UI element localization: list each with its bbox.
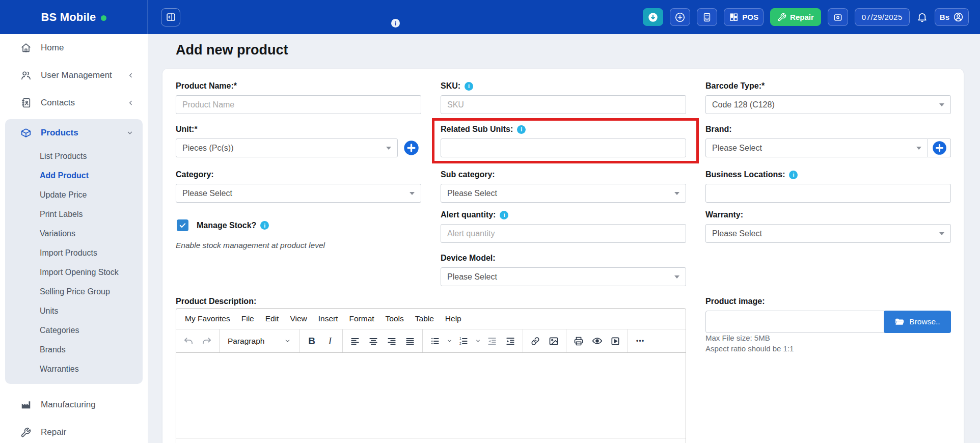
paragraph-format-value: Paragraph <box>228 337 264 346</box>
sidebar-item-products[interactable]: Products <box>5 119 143 147</box>
warranty-select[interactable]: Please Select <box>705 224 951 243</box>
unit-label: Unit:* <box>176 125 421 134</box>
sku-input[interactable] <box>441 95 686 114</box>
product-name-input[interactable] <box>176 95 421 114</box>
menu-edit[interactable]: Edit <box>260 311 285 326</box>
sidebar-item-repair[interactable]: Repair <box>0 419 148 443</box>
sub-category-select[interactable]: Please Select <box>441 184 686 203</box>
info-icon[interactable]: i <box>260 221 269 230</box>
notifications-bell-icon[interactable] <box>916 11 928 23</box>
align-center-button[interactable] <box>365 333 382 350</box>
menu-view[interactable]: View <box>284 311 312 326</box>
menu-table[interactable]: Table <box>410 311 440 326</box>
insert-media-button[interactable] <box>607 333 624 350</box>
align-justify-button[interactable] <box>401 333 419 350</box>
pos-button[interactable]: POS <box>724 8 764 26</box>
outdent-button[interactable] <box>483 333 501 350</box>
sidebar-item-warranties[interactable]: Warranties <box>5 359 143 379</box>
sidebar-item-contacts[interactable]: Contacts <box>0 89 148 117</box>
device-model-select[interactable]: Please Select <box>441 267 686 286</box>
sidebar-item-print-labels[interactable]: Print Labels <box>5 205 143 224</box>
grid-icon <box>729 12 739 22</box>
chevron-left-icon <box>127 72 134 79</box>
numbered-list-button[interactable]: 12 <box>455 333 472 350</box>
sidebar-item-categories[interactable]: Categories <box>5 321 143 340</box>
svg-text:1: 1 <box>459 337 461 340</box>
add-unit-button[interactable] <box>403 140 419 156</box>
business-locations-field: Business Locations:i <box>705 170 951 203</box>
preview-button[interactable] <box>588 333 606 350</box>
menu-my-favorites[interactable]: My Favorites <box>179 311 236 326</box>
sidebar-item-add-product[interactable]: Add Product <box>5 166 143 185</box>
bullet-list-menu-chevron[interactable] <box>445 333 454 350</box>
print-icon <box>574 336 584 346</box>
info-icon[interactable]: i <box>391 19 400 27</box>
menu-help[interactable]: Help <box>440 311 467 326</box>
sidebar-collapse-button[interactable] <box>161 8 180 26</box>
barcode-type-select[interactable]: Code 128 (C128) <box>705 95 951 114</box>
info-icon[interactable]: i <box>500 211 508 219</box>
sidebar-item-import-products[interactable]: Import Products <box>5 243 143 263</box>
alert-quantity-label: Alert quantity:i <box>441 210 686 219</box>
sku-field: SKU:i <box>441 81 686 114</box>
align-left-button[interactable] <box>346 333 364 350</box>
chevron-down-icon <box>126 129 133 136</box>
register-button[interactable] <box>828 8 848 26</box>
numbered-list-menu-chevron[interactable] <box>473 333 482 350</box>
undo-button[interactable] <box>180 333 197 350</box>
category-value: Please Select <box>182 189 232 198</box>
product-image-label: Product image: <box>705 297 951 306</box>
sidebar-item-update-price[interactable]: Update Price <box>5 185 143 205</box>
browse-button[interactable]: Browse.. <box>884 311 951 333</box>
editor-status-bar: p 0 WORDS POWERED BY TINY <box>176 438 686 443</box>
info-icon[interactable]: i <box>517 125 526 134</box>
related-sub-units-input[interactable] <box>441 139 686 157</box>
calculator-button[interactable] <box>697 8 717 26</box>
sidebar-item-list-products[interactable]: List Products <box>5 147 143 166</box>
sidebar-item-manufacturing[interactable]: Manufacturing <box>0 391 148 419</box>
sidebar-item-user-management[interactable]: User Management <box>0 62 148 89</box>
user-menu-button[interactable]: Bs <box>935 8 969 26</box>
menu-insert[interactable]: Insert <box>313 311 344 326</box>
download-button[interactable] <box>643 8 663 26</box>
sidebar-item-brands[interactable]: Brands <box>5 340 143 359</box>
more-tools-button[interactable]: ••• <box>632 333 649 350</box>
editor-content-area[interactable] <box>176 353 686 438</box>
unit-select[interactable]: Pieces (Pc(s)) <box>176 139 398 157</box>
bullet-list-button[interactable] <box>426 333 444 350</box>
status-dot-icon <box>101 15 106 21</box>
indent-button[interactable] <box>502 333 519 350</box>
bold-button[interactable]: B <box>303 333 320 350</box>
sidebar-item-import-opening-stock[interactable]: Import Opening Stock <box>5 263 143 282</box>
alert-quantity-input[interactable] <box>441 224 686 243</box>
add-button[interactable] <box>670 8 690 26</box>
sidebar-item-units[interactable]: Units <box>5 301 143 321</box>
sidebar-item-home[interactable]: Home <box>0 34 148 62</box>
info-icon[interactable]: i <box>465 82 473 91</box>
menu-tools[interactable]: Tools <box>380 311 410 326</box>
brand-select[interactable]: Please Select <box>705 139 928 157</box>
info-icon[interactable]: i <box>789 171 798 179</box>
product-image-file-input[interactable] <box>705 311 885 333</box>
italic-button[interactable]: I <box>321 333 339 350</box>
paragraph-format-select[interactable]: Paragraph <box>223 333 295 350</box>
menu-format[interactable]: Format <box>344 311 380 326</box>
business-locations-input[interactable] <box>705 184 951 203</box>
sidebar-item-selling-price-group[interactable]: Selling Price Group <box>5 282 143 301</box>
date-button[interactable]: 07/29/2025 <box>855 8 910 26</box>
manage-stock-checkbox[interactable] <box>177 219 188 231</box>
chevron-down-icon <box>386 147 391 150</box>
link-button[interactable] <box>527 333 544 350</box>
download-circle-icon <box>647 12 659 23</box>
add-brand-button[interactable] <box>932 141 947 155</box>
repair-button[interactable]: Repair <box>770 8 821 26</box>
category-select[interactable]: Please Select <box>176 184 421 203</box>
insert-image-button[interactable] <box>545 333 562 350</box>
brand-field: Brand: Please Select <box>705 125 951 157</box>
print-button[interactable] <box>570 333 587 350</box>
sidebar-item-variations[interactable]: Variations <box>5 224 143 243</box>
redo-button[interactable] <box>198 333 215 350</box>
element-path[interactable]: p <box>181 441 185 443</box>
align-right-button[interactable] <box>383 333 400 350</box>
menu-file[interactable]: File <box>236 311 260 326</box>
